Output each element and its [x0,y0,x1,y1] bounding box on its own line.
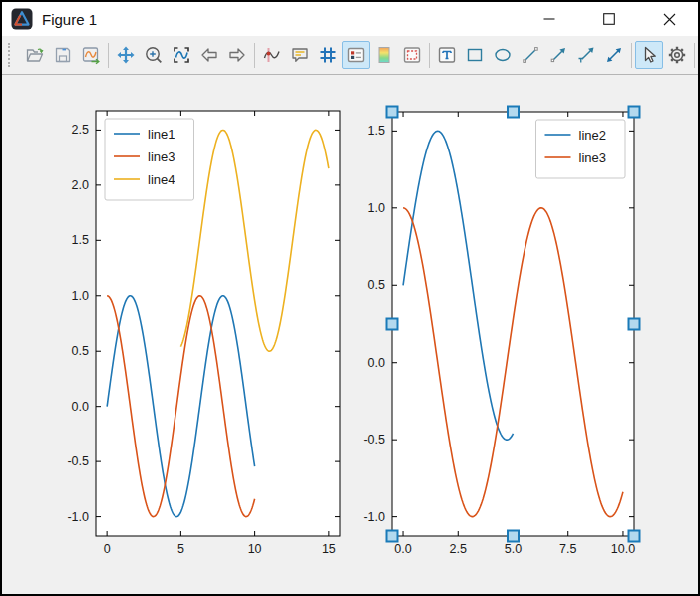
open-folder-icon [25,45,45,65]
minimize-button[interactable] [526,2,572,36]
figure-canvas[interactable]: 051015-1.0-0.50.00.51.01.52.02.5line1lin… [2,75,698,595]
y-tick-label: 0.5 [72,344,89,358]
legend-icon [346,45,366,65]
settings-gear-icon [667,45,687,65]
selection-handle[interactable] [508,531,519,542]
toolbar-button-save[interactable] [49,41,77,69]
selection-handle[interactable] [629,319,640,330]
forward-arrow-icon [227,45,247,65]
save-icon [53,45,73,65]
x-tick-label: 10 [248,542,262,556]
y-tick-label: -1.0 [363,510,385,524]
close-icon [663,13,676,26]
text-tool-icon [437,45,457,65]
y-tick-label: 2.5 [72,123,89,137]
toolbar-button-zoom[interactable] [140,41,168,69]
title-bar: Figure 1 [2,2,698,36]
toolbar-button-ellipse[interactable] [489,41,517,69]
x-tick-label: 5 [177,542,184,556]
x-tick-label: 5.0 [505,542,522,556]
toolbar-button-text-arrow[interactable] [572,41,600,69]
toolbar-separator [108,43,109,68]
toolbar-button-back[interactable] [195,41,223,69]
selection-handle[interactable] [387,319,398,330]
export-plot-icon [81,45,101,65]
zoom-in-icon [144,45,164,65]
toolbar-button-pan[interactable] [112,41,140,69]
text-arrow-icon [576,45,596,65]
x-tick-label: 15 [322,542,336,556]
toolbar-drag-handle[interactable] [8,43,17,67]
selection-handle[interactable] [629,531,640,542]
y-tick-label: -0.5 [363,433,385,447]
toolbar-button-curve-marker[interactable] [258,41,286,69]
toolbar-button-arrow[interactable] [544,41,572,69]
x-tick-label: 10.0 [611,542,635,556]
legend-label: line1 [148,127,175,142]
window-controls [513,2,692,36]
toolbar-button-annotation[interactable] [286,41,314,69]
selection-handle[interactable] [387,531,398,542]
toolbar-separator [254,43,255,68]
maximize-icon [603,13,615,25]
rectangle-shape-icon [465,45,485,65]
legend-label: line3 [579,150,606,165]
back-arrow-icon [199,45,219,65]
toolbar-button-double-arrow[interactable] [600,41,628,69]
minimize-icon [543,13,555,25]
y-tick-label: 0.0 [368,356,385,370]
toolbar-button-rectangle[interactable] [461,41,489,69]
grid-icon [318,45,338,65]
toolbar-button-fit[interactable] [168,41,195,69]
toolbar-button-line[interactable] [517,41,544,69]
toolbar-button-legend[interactable] [342,41,370,69]
toolbar-button-select[interactable] [635,41,663,69]
arrow-shape-icon [548,45,568,65]
pan-icon [116,45,136,65]
toolbar-button-grid[interactable] [314,41,342,69]
colormap-icon [374,45,394,65]
y-tick-label: 1.5 [368,124,385,138]
legend-label: line2 [579,128,606,143]
window-title: Figure 1 [42,11,97,28]
figure-window: Figure 1 [0,0,700,596]
toolbar-button-region[interactable] [398,41,426,69]
curve-marker-icon [262,45,282,65]
toolbar-button-text[interactable] [433,41,461,69]
y-tick-label: 1.5 [72,233,89,247]
dashed-region-icon [402,45,422,65]
y-tick-label: 2.0 [72,178,89,192]
y-tick-label: -0.5 [67,454,89,468]
line-shape-icon [521,45,540,65]
selection-handle[interactable] [387,107,398,118]
toolbar [2,36,698,75]
toolbar-separator [429,43,430,68]
close-button[interactable] [646,2,692,36]
toolbar-button-colormap[interactable] [370,41,398,69]
ellipse-shape-icon [493,45,513,65]
y-tick-label: 1.0 [368,201,385,215]
y-tick-label: 0.5 [368,278,385,292]
toolbar-button-open[interactable] [21,41,49,69]
toolbar-separator [631,43,632,68]
toolbar-button-forward[interactable] [223,41,251,69]
y-tick-label: 0.0 [72,400,89,414]
double-arrow-icon [604,45,624,65]
x-tick-label: 7.5 [559,542,576,556]
fit-curve-icon [172,45,191,65]
subplot-1: 051015-1.0-0.50.00.51.01.52.02.5line1lin… [67,111,340,556]
subplot-2: 0.02.55.07.510.0-1.0-0.50.00.51.01.5line… [363,107,639,557]
selection-handle[interactable] [629,107,640,118]
legend-label: line3 [148,149,175,164]
annotation-bubble-icon [290,45,310,65]
plots-svg: 051015-1.0-0.50.00.51.01.52.02.5line1lin… [2,75,698,595]
toolbar-button-settings[interactable] [663,41,691,69]
x-tick-label: 0 [104,542,111,556]
legend-label: line4 [148,172,175,187]
selection-handle[interactable] [508,107,519,118]
toolbar-button-export[interactable] [77,41,105,69]
x-tick-label: 0.0 [394,542,411,556]
x-tick-label: 2.5 [450,542,467,556]
select-cursor-icon [639,45,659,65]
maximize-button[interactable] [586,2,632,36]
